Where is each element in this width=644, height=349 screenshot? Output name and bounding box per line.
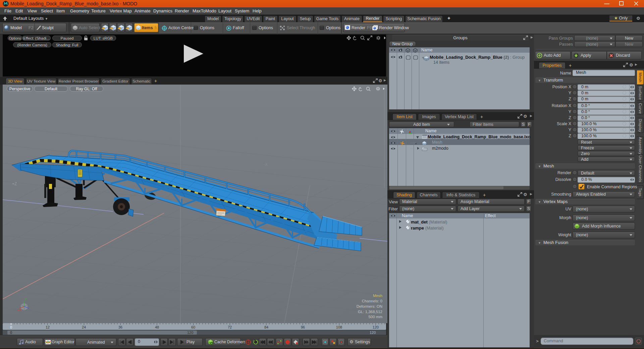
svg-text:24: 24	[82, 325, 86, 329]
svg-text:60: 60	[191, 325, 195, 329]
svg-text:+X: +X	[17, 308, 22, 312]
svg-text:84: 84	[264, 325, 268, 329]
svg-text:108: 108	[336, 325, 342, 329]
svg-text:36: 36	[118, 325, 122, 329]
svg-text:120: 120	[373, 325, 379, 329]
svg-text:72: 72	[228, 325, 232, 329]
svg-text:96: 96	[301, 325, 305, 329]
svg-text:48: 48	[155, 325, 159, 329]
svg-text:-X: -X	[264, 162, 268, 167]
svg-text:Y: Y	[25, 298, 27, 301]
svg-text:0: 0	[10, 325, 12, 329]
svg-text:+Z: +Z	[12, 182, 17, 186]
svg-text:12: 12	[46, 325, 50, 329]
